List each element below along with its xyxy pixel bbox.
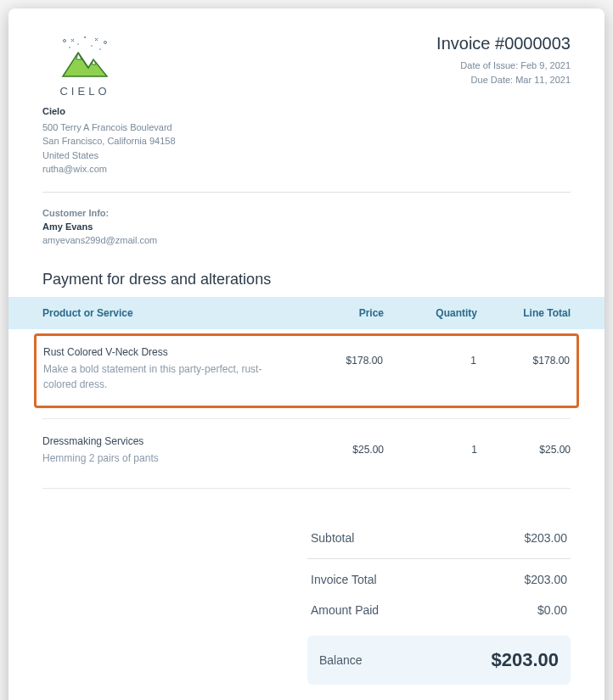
customer-info: Customer Info: Amy Evans amyevans299d@zm… (42, 208, 571, 245)
company-city: San Francisco, California 94158 (42, 134, 571, 148)
item-quantity: 1 (384, 435, 477, 456)
svg-point-5 (69, 47, 70, 48)
item-name: Dressmaking Services (42, 435, 282, 447)
amount-paid-row: Amount Paid $0.00 (307, 595, 571, 625)
subtotal-label: Subtotal (311, 531, 354, 545)
col-price: Price (290, 307, 384, 319)
item-price: $25.00 (290, 435, 384, 456)
item-quantity: 1 (383, 346, 476, 367)
invoice-total-value: $203.00 (524, 573, 567, 586)
invoice-total-label: Invoice Total (311, 573, 377, 586)
company-logo: CIELO (42, 34, 127, 98)
svg-point-1 (104, 42, 107, 44)
customer-name: Amy Evans (42, 221, 571, 232)
mountain-logo-icon (54, 34, 115, 81)
col-quantity: Quantity (384, 307, 477, 319)
item-line-total: $178.00 (476, 346, 570, 367)
issue-date: Date of Issue: Feb 9, 2021 (436, 59, 571, 73)
logo-name: CIELO (59, 85, 110, 98)
item-description: Make a bold statement in this party-perf… (43, 361, 281, 392)
subtotal-value: $203.00 (524, 531, 567, 545)
svg-point-4 (91, 45, 93, 47)
amount-paid-value: $0.00 (537, 603, 567, 617)
col-line-total: Line Total (477, 307, 571, 319)
customer-email: amyevans299d@zmail.com (42, 235, 571, 245)
totals-block: Subtotal $203.00 Invoice Total $203.00 A… (307, 523, 571, 685)
item-name: Rust Colored V-Neck Dress (43, 346, 281, 358)
svg-point-3 (77, 43, 79, 45)
company-email: rutha@wix.com (42, 162, 571, 176)
item-divider (42, 418, 571, 419)
header-row: CIELO Invoice #0000003 Date of Issue: Fe… (42, 34, 571, 98)
col-product: Product or Service (42, 307, 290, 319)
svg-point-0 (64, 40, 66, 42)
subtotal-row: Subtotal $203.00 (307, 523, 571, 553)
item-price: $178.00 (290, 346, 383, 367)
company-street: 500 Terry A Francois Boulevard (42, 120, 571, 135)
invoice-total-row: Invoice Total $203.00 (307, 564, 571, 595)
invoice-meta: Invoice #0000003 Date of Issue: Feb 9, 2… (436, 34, 571, 87)
balance-row: Balance $203.00 (307, 636, 571, 685)
line-item: Rust Colored V-Neck DressMake a bold sta… (34, 333, 579, 408)
due-date: Due Date: Mar 11, 2021 (436, 73, 571, 87)
svg-point-6 (99, 48, 101, 50)
balance-value: $203.00 (491, 649, 559, 671)
totals-divider (307, 558, 571, 559)
company-country: United States (42, 148, 571, 163)
company-name: Cielo (42, 104, 571, 119)
amount-paid-label: Amount Paid (311, 603, 379, 617)
invoice-page: CIELO Invoice #0000003 Date of Issue: Fe… (8, 8, 605, 700)
payment-title: Payment for dress and alterations (42, 271, 571, 288)
item-line-total: $25.00 (477, 435, 571, 456)
svg-point-2 (84, 36, 86, 38)
item-description: Hemming 2 pairs of pants (42, 451, 282, 466)
customer-label: Customer Info: (42, 208, 571, 218)
line-item: Dressmaking ServicesHemming 2 pairs of p… (34, 423, 579, 478)
divider (42, 192, 571, 193)
item-divider (42, 488, 571, 489)
company-info: Cielo 500 Terry A Francois Boulevard San… (42, 104, 571, 176)
balance-label: Balance (319, 653, 363, 667)
invoice-number: Invoice #0000003 (436, 34, 571, 53)
table-header: Product or Service Price Quantity Line T… (8, 297, 605, 329)
